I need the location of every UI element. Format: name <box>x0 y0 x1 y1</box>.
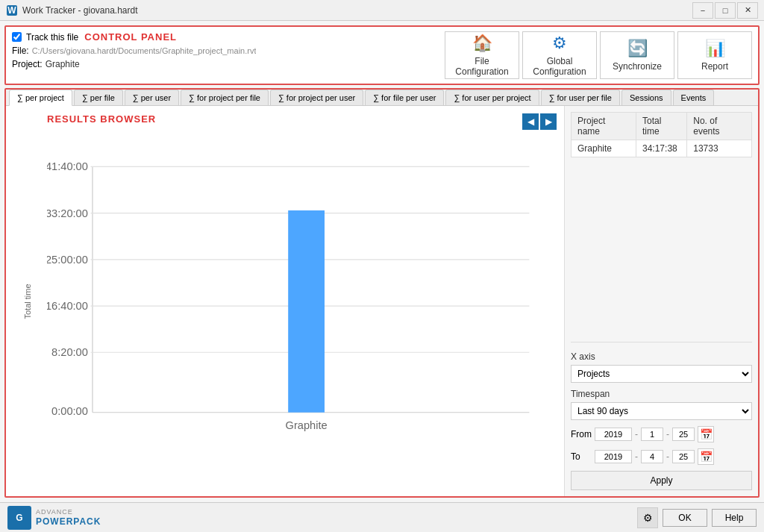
window-title: Work Tracker - giovana.hardt <box>22 5 138 16</box>
bottom-bar: G ADVANCE POWERPACK ⚙ OK Help <box>0 502 764 532</box>
to-sep1: - <box>635 451 638 462</box>
chart-area: RESULTS BROWSER ◀ ▶ Total time 41:40:00 … <box>6 106 564 496</box>
to-month-input[interactable] <box>641 450 663 463</box>
divider <box>571 342 752 342</box>
track-label: Track this file <box>26 32 78 43</box>
tab-per-user[interactable]: ∑ per user <box>125 90 179 105</box>
from-sep1: - <box>635 429 638 439</box>
file-label: File: <box>12 46 29 56</box>
from-year-input[interactable] <box>595 428 632 441</box>
chart-nav: ◀ ▶ <box>522 113 557 130</box>
global-config-icon: ⚙ <box>552 34 567 53</box>
brand-icon: G <box>7 506 31 530</box>
cp-file-row: File: C:/Users/giovana.hardt/Documents/G… <box>12 46 256 56</box>
right-panel: Project name Total time No. of events Gr… <box>564 106 758 496</box>
global-config-label: Global Configuration <box>526 56 593 77</box>
tab-for-user-per-file[interactable]: ∑ for user per file <box>541 90 620 105</box>
data-table-area: Project name Total time No. of events Gr… <box>571 112 752 333</box>
tab-sessions[interactable]: Sessions <box>621 90 671 105</box>
maximize-button[interactable]: □ <box>715 2 736 19</box>
sync-button[interactable]: 🔄 Synchronize <box>600 31 674 79</box>
bar-graphite <box>288 210 325 413</box>
ok-button[interactable]: OK <box>663 509 707 527</box>
tab-per-project[interactable]: ∑ per project <box>9 90 72 106</box>
report-button[interactable]: 📊 Report <box>677 31 752 79</box>
close-button[interactable]: ✕ <box>737 2 758 19</box>
sync-icon: 🔄 <box>627 39 648 58</box>
cp-left: Track this file CONTROL PANEL File: C:/U… <box>12 31 256 69</box>
rb-content: RESULTS BROWSER ◀ ▶ Total time 41:40:00 … <box>6 106 758 496</box>
file-value: C:/Users/giovana.hardt/Documents/Graphit… <box>32 46 257 55</box>
settings-button[interactable]: ⚙ <box>637 507 658 528</box>
file-config-button[interactable]: 🏠 File Configuration <box>445 31 519 79</box>
help-button[interactable]: Help <box>712 509 757 527</box>
svg-text:W: W <box>7 5 16 16</box>
cell-project-name: Graphite <box>572 140 636 157</box>
bottom-right: ⚙ OK Help <box>637 507 757 528</box>
svg-text:0:00:00: 0:00:00 <box>51 405 88 417</box>
to-label: To <box>571 451 592 462</box>
to-row: To - - 📅 <box>571 448 752 465</box>
y-axis-label: Total time <box>23 284 32 319</box>
control-panel: Track this file CONTROL PANEL File: C:/U… <box>4 25 760 85</box>
to-year-input[interactable] <box>595 450 632 463</box>
cell-total-time: 34:17:38 <box>636 140 687 157</box>
brand-powerpack: POWERPACK <box>36 516 101 527</box>
col-project-name: Project name <box>572 113 636 140</box>
timespan-section: Timespan Last 90 days Last 30 days Last … <box>571 389 752 420</box>
to-calendar-button[interactable]: 📅 <box>698 448 714 465</box>
from-month-input[interactable] <box>641 428 663 441</box>
brand-letter: G <box>16 513 22 523</box>
app-icon: W <box>6 4 18 16</box>
cp-header: Track this file CONTROL PANEL <box>12 31 256 43</box>
track-checkbox[interactable] <box>12 32 22 42</box>
table-row: Graphite 34:17:38 13733 <box>572 140 752 157</box>
project-value: Graphite <box>46 59 80 69</box>
timespan-select[interactable]: Last 90 days Last 30 days Last 7 days Cu… <box>571 402 752 420</box>
cp-project-row: Project: Graphite <box>12 59 256 69</box>
cp-title: CONTROL PANEL <box>84 31 177 43</box>
col-total-time: Total time <box>636 113 687 140</box>
cp-buttons: 🏠 File Configuration ⚙ Global Configurat… <box>445 31 752 79</box>
from-calendar-button[interactable]: 📅 <box>698 426 714 442</box>
file-config-icon: 🏠 <box>472 34 492 53</box>
x-axis-select[interactable]: Projects Files Users <box>571 365 752 383</box>
tab-for-project-per-file[interactable]: ∑ for project per file <box>181 90 269 105</box>
from-day-input[interactable] <box>672 428 695 441</box>
tab-per-file[interactable]: ∑ per file <box>74 90 123 105</box>
timespan-label: Timespan <box>571 389 752 399</box>
brand-advance: ADVANCE <box>36 508 101 516</box>
sync-label: Synchronize <box>613 61 662 72</box>
x-axis-label: X axis <box>571 351 752 362</box>
report-icon: 📊 <box>705 39 725 58</box>
from-sep2: - <box>666 429 669 439</box>
svg-text:8:20:00: 8:20:00 <box>51 346 88 358</box>
project-label: Project: <box>12 59 43 69</box>
apply-button[interactable]: Apply <box>571 471 752 490</box>
svg-text:25:00:00: 25:00:00 <box>47 254 88 266</box>
minimize-button[interactable]: − <box>692 2 713 19</box>
global-config-button[interactable]: ⚙ Global Configuration <box>522 31 597 79</box>
to-day-input[interactable] <box>672 450 695 463</box>
tabs-row: ∑ per project ∑ per file ∑ per user ∑ fo… <box>6 90 758 106</box>
from-label: From <box>571 429 592 439</box>
chart-prev-button[interactable]: ◀ <box>522 113 539 130</box>
svg-text:Graphite: Graphite <box>286 419 328 431</box>
chart-next-button[interactable]: ▶ <box>540 113 557 130</box>
from-row: From - - 📅 <box>571 426 752 442</box>
cell-events: 13733 <box>687 140 752 157</box>
main-content: Track this file CONTROL PANEL File: C:/U… <box>0 21 764 502</box>
data-table: Project name Total time No. of events Gr… <box>571 112 752 157</box>
tab-events[interactable]: Events <box>673 90 715 105</box>
brand-text: ADVANCE POWERPACK <box>36 508 101 527</box>
svg-text:16:40:00: 16:40:00 <box>47 300 88 312</box>
tab-for-project-per-user[interactable]: ∑ for project per user <box>270 90 363 105</box>
chart-svg: 41:40:00 33:20:00 25:00:00 16:40:00 8:20… <box>47 131 557 484</box>
results-browser: ∑ per project ∑ per file ∑ per user ∑ fo… <box>4 88 760 498</box>
tab-for-user-per-project[interactable]: ∑ for user per project <box>445 90 539 105</box>
svg-text:33:20:00: 33:20:00 <box>47 207 88 219</box>
report-label: Report <box>701 61 728 72</box>
col-events: No. of events <box>687 113 752 140</box>
tab-for-file-per-user[interactable]: ∑ for file per user <box>365 90 444 105</box>
brand-area: G ADVANCE POWERPACK <box>7 506 101 530</box>
